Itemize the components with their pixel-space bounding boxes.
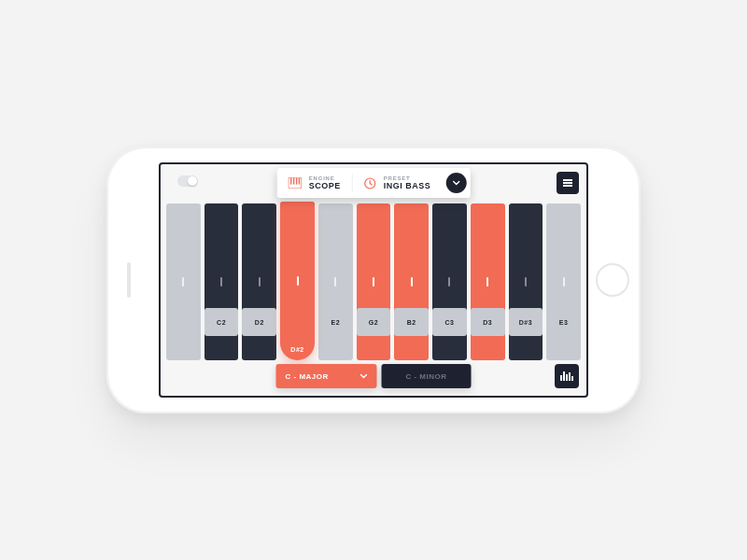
note-label[interactable]: E2 [318,308,353,336]
svg-rect-3 [296,178,297,185]
engine-value: SCOPE [309,182,341,190]
app-screen: ENGINE SCOPE PRESET INGI BASS [159,162,588,398]
note-label-row: C2 D2 E2 G2 B2 C3 D3 D#3 E3 [166,308,581,336]
svg-rect-1 [290,178,291,185]
note-label[interactable]: B2 [394,308,429,336]
note-label[interactable]: G2 [357,308,391,336]
svg-rect-2 [293,178,294,185]
chevron-down-icon [360,372,368,380]
pad-8[interactable] [471,203,505,360]
note-label[interactable]: E3 [546,308,581,336]
phone-frame: ENGINE SCOPE PRESET INGI BASS [106,147,641,413]
scale-selector: C - MAJOR C - MINOR [276,364,472,388]
note-label[interactable]: D#3 [509,308,543,336]
pad-4[interactable] [318,203,353,360]
note-label[interactable]: D2 [242,308,276,336]
note-label[interactable]: D3 [471,308,505,336]
scale-inactive[interactable]: C - MINOR [382,364,472,388]
menu-button[interactable] [557,172,579,194]
pad-active[interactable]: D#2 [280,202,315,360]
pad-grid: D#2 [166,203,581,304]
pad-5[interactable] [357,203,391,360]
note-label[interactable]: C2 [204,308,239,336]
equalizer-icon [560,371,573,381]
scale-active-label: C - MAJOR [286,372,329,381]
pad-9[interactable] [509,203,543,360]
pad-active-label: D#2 [280,346,315,353]
header-dropdown-button[interactable] [445,173,466,193]
power-toggle[interactable] [177,175,198,187]
preset-value: INGI BASS [384,182,431,190]
pad-edge-left[interactable] [166,203,201,360]
pad-edge-right[interactable] [546,203,581,360]
note-label[interactable]: C3 [432,308,467,336]
pad-6[interactable] [394,203,429,360]
chevron-down-icon [452,179,459,187]
clock-icon [364,177,376,189]
pad-1[interactable] [204,203,239,360]
pad-7[interactable] [432,203,467,360]
fx-button[interactable] [555,364,579,388]
phone-home-button[interactable] [596,263,629,297]
preset-selector[interactable]: PRESET INGI BASS [353,168,443,198]
svg-rect-4 [299,178,300,185]
header-card: ENGINE SCOPE PRESET INGI BASS [277,168,471,198]
scale-inactive-label: C - MINOR [405,372,446,381]
pad-2[interactable] [242,203,276,360]
scale-active[interactable]: C - MAJOR [276,364,377,388]
piano-icon [289,177,302,189]
hamburger-icon [563,182,572,184]
engine-selector[interactable]: ENGINE SCOPE [277,168,352,198]
phone-speaker [127,262,131,298]
